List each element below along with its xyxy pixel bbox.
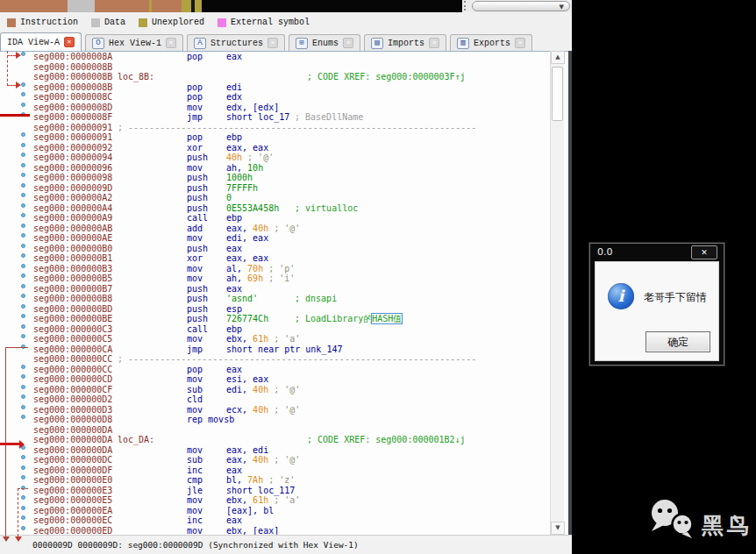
disasm-line[interactable]: seg000:000000ECinceax bbox=[0, 515, 568, 526]
tab-structures[interactable]: AStructures✕ bbox=[187, 34, 285, 51]
disasm-line[interactable]: seg000:000000B3moval, 70h ; 'p' bbox=[0, 264, 568, 274]
navband-segment bbox=[0, 0, 68, 12]
tab-close-icon[interactable]: ✕ bbox=[343, 38, 353, 48]
toolbar-dropdown[interactable]: ▼ bbox=[472, 1, 570, 11]
disasm-line[interactable]: seg000:000000DAloc_DA:; CODE XREF: seg00… bbox=[0, 435, 568, 445]
mnemonic: xor bbox=[187, 253, 203, 264]
disassembly-view[interactable]: seg000:0000008Apopeaxseg000:0000008Bseg0… bbox=[0, 51, 568, 535]
disasm-line[interactable]: seg000:0000008Cpopedx bbox=[0, 92, 568, 103]
disasm-line[interactable]: seg000:000000DAmoveax, edi bbox=[0, 445, 568, 456]
operands: 0 bbox=[226, 193, 232, 203]
disasm-line[interactable]: seg000:00000098push1000h bbox=[0, 173, 568, 183]
disasm-line[interactable]: seg000:00000094push40h ; '@' bbox=[0, 153, 568, 163]
tab-ida-view-a[interactable]: IDA View-A✕ bbox=[0, 32, 82, 51]
disasm-line[interactable]: seg000:000000C3callebp bbox=[0, 324, 568, 335]
disasm-line[interactable]: seg000:0000008Bpopedi bbox=[0, 82, 568, 93]
scroll-down-icon[interactable]: ▼ bbox=[551, 522, 565, 535]
tab-close-icon[interactable]: ✕ bbox=[267, 38, 278, 48]
tab-label: IDA View-A bbox=[7, 38, 60, 47]
vertical-scrollbar[interactable]: ▲ ▼ bbox=[550, 51, 564, 535]
wechat-icon bbox=[652, 500, 693, 538]
disasm-line[interactable]: seg000:000000A4push0E553A458h; virtuallo… bbox=[0, 203, 568, 214]
navband-segment bbox=[182, 0, 191, 12]
address: seg000:00000091 bbox=[33, 123, 112, 133]
instruction-dot bbox=[21, 203, 25, 208]
address: seg000:000000CC bbox=[33, 365, 112, 375]
tab-close-icon[interactable]: ✕ bbox=[166, 38, 176, 48]
disasm-line[interactable]: seg000:000000CCpopeax bbox=[0, 365, 568, 375]
info-icon: i bbox=[608, 283, 634, 309]
disasm-line[interactable]: seg000:000000CDmovesi, eax bbox=[0, 374, 568, 385]
disasm-line[interactable]: seg000:000000B8push'asnd'; dnsapi bbox=[0, 294, 568, 304]
disasm-line[interactable]: seg000:000000ABaddeax, 40h ; '@' bbox=[0, 224, 568, 234]
disasm-line[interactable]: seg000:000000D3movecx, 40h ; '@' bbox=[0, 405, 568, 416]
disasm-line[interactable]: seg000:000000E5movebx, 61h ; 'a' bbox=[0, 495, 568, 506]
operands: eax, edi bbox=[226, 445, 268, 456]
disasm-line[interactable]: seg000:00000096movah, 10h bbox=[0, 163, 568, 174]
tab-close-icon[interactable]: ✕ bbox=[515, 38, 525, 48]
tab-close-icon[interactable]: ✕ bbox=[64, 37, 75, 47]
instruction-dot bbox=[21, 314, 25, 318]
disasm-line[interactable]: seg000:0000008Apopeax bbox=[0, 52, 568, 62]
disasm-line[interactable]: seg000:000000AEmovedi, eax bbox=[0, 233, 568, 244]
disasm-line[interactable]: seg000:000000B7pusheax bbox=[0, 284, 568, 295]
hexview-icon: O bbox=[92, 38, 104, 49]
disasm-line[interactable]: seg000:0000009Dpush7FFFFh bbox=[0, 183, 568, 194]
disasm-line[interactable]: seg000:000000B0pusheax bbox=[0, 244, 568, 254]
disasm-line[interactable]: seg000:00000091; -----------------------… bbox=[0, 123, 568, 133]
disasm-line[interactable]: seg000:0000008Bloc_8B:; CODE XREF: seg00… bbox=[0, 72, 568, 82]
ok-button[interactable]: 确定 bbox=[645, 331, 710, 352]
disasm-line[interactable]: seg000:00000091popebp bbox=[0, 132, 568, 143]
disasm-line[interactable]: seg000:000000C5movebx, 61h ; 'a' bbox=[0, 334, 568, 344]
disasm-line[interactable]: seg000:000000BEpush726774Ch; LoadLibrary… bbox=[0, 314, 568, 324]
mnemonic: mov bbox=[187, 445, 203, 456]
mnemonic: mov bbox=[187, 374, 203, 385]
mnemonic: inc bbox=[187, 515, 203, 526]
scroll-up-icon[interactable]: ▲ bbox=[551, 51, 565, 64]
tab-close-icon[interactable]: ✕ bbox=[429, 38, 439, 48]
disasm-line[interactable]: seg000:000000DFinceax bbox=[0, 465, 568, 476]
code-label: loc_8B: bbox=[118, 72, 154, 82]
instruction-dot bbox=[21, 515, 25, 520]
disasm-line[interactable]: seg000:000000EDmovebx, [eax] bbox=[0, 526, 568, 536]
color-legend: InstructionDataUnexploredExternal symbol bbox=[0, 12, 572, 32]
address: seg000:000000DA bbox=[33, 445, 112, 456]
disasm-line[interactable]: seg000:000000E3jleshort loc_117 bbox=[0, 486, 568, 496]
address: seg000:000000B8 bbox=[33, 294, 112, 304]
disasm-line[interactable]: seg000:000000CAjmpshort near ptr unk_147 bbox=[0, 344, 568, 355]
tab-imports[interactable]: ▤Imports✕ bbox=[364, 34, 446, 51]
scrollbar-thumb[interactable] bbox=[552, 67, 563, 121]
instruction-dot bbox=[21, 415, 25, 419]
disasm-line[interactable]: seg000:000000CC; -----------------------… bbox=[0, 354, 568, 365]
disasm-line[interactable]: seg000:000000DA bbox=[0, 425, 568, 436]
tab-enums[interactable]: ⊞Enums✕ bbox=[289, 34, 360, 51]
mnemonic: mov bbox=[187, 264, 203, 274]
disasm-line[interactable]: seg000:0000008Fjmpshort loc_17; BaseDllN… bbox=[0, 112, 568, 123]
disasm-line[interactable]: seg000:000000A2push0 bbox=[0, 193, 568, 203]
disasm-line[interactable]: seg000:00000092xoreax, eax bbox=[0, 143, 568, 153]
disasm-line[interactable]: seg000:000000EAmov[eax], bl bbox=[0, 506, 568, 516]
disasm-line[interactable]: seg000:000000CFsubedi, 40h ; '@' bbox=[0, 385, 568, 395]
disasm-line[interactable]: seg000:000000E0cmpbl, 7Ah ; 'z' bbox=[0, 475, 568, 486]
address: seg000:0000008B bbox=[33, 82, 112, 93]
address: seg000:000000CF bbox=[33, 385, 112, 395]
disasm-line[interactable]: seg000:000000B1xoreax, eax bbox=[0, 253, 568, 264]
tab-hex-view-1[interactable]: OHex View-1✕ bbox=[85, 34, 183, 51]
disasm-line[interactable]: seg000:000000D8rep movsb bbox=[0, 415, 568, 425]
disasm-line[interactable]: seg000:0000008Dmovedx, [edx] bbox=[0, 103, 568, 113]
disasm-line[interactable]: seg000:000000BDpushesp bbox=[0, 304, 568, 315]
operands: ebx, 61h ; 'a' bbox=[226, 495, 300, 506]
tab-exports[interactable]: ▥Exports✕ bbox=[450, 34, 532, 51]
operands: eax bbox=[226, 284, 242, 295]
instruction-dot bbox=[21, 163, 25, 167]
disasm-line[interactable]: seg000:000000A9callebp bbox=[0, 213, 568, 224]
jump-arrowhead-down bbox=[3, 536, 10, 542]
instruction-dot bbox=[21, 495, 25, 500]
disasm-line[interactable]: seg000:000000DCsubeax, 40h ; '@' bbox=[0, 455, 568, 465]
disasm-line[interactable]: seg000:000000B5movah, 69h ; 'i' bbox=[0, 273, 568, 284]
disasm-line[interactable]: seg000:000000D2cld bbox=[0, 394, 568, 405]
jump-arrow-branch bbox=[7, 85, 16, 86]
close-icon[interactable]: ✕ bbox=[691, 245, 717, 259]
dialog-message: 老哥手下留情 bbox=[644, 290, 707, 305]
disasm-line[interactable]: seg000:0000008B bbox=[0, 62, 568, 73]
